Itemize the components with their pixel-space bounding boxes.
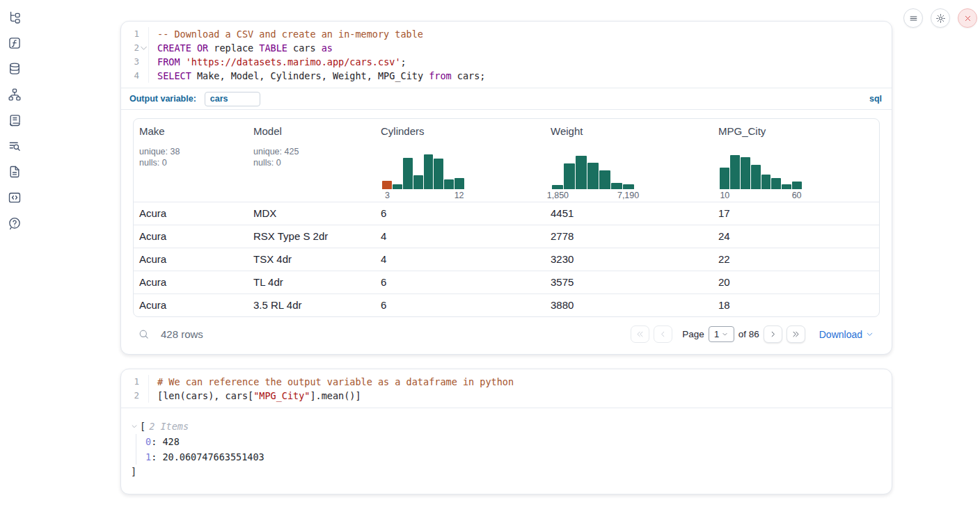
code-line: 1-- Download a CSV and create an in-memo… — [125, 27, 892, 41]
fold-gutter — [139, 27, 149, 41]
table-cell: 18 — [713, 294, 879, 316]
code-box-icon — [8, 191, 22, 204]
code-text: SELECT Make, Model, Cylinders, Weight, M… — [157, 69, 485, 83]
code-text: [len(cars), cars["MPG_City"].mean()] — [157, 389, 361, 403]
histogram-min-label: 10 — [720, 191, 729, 200]
sidebar-item-documentation[interactable] — [7, 164, 22, 179]
fold-gutter — [139, 375, 149, 389]
cylinders-histogram: 312 — [382, 153, 464, 202]
line-number: 2 — [125, 389, 139, 403]
page-label: Page — [682, 329, 704, 339]
column-header-cylinders[interactable]: Cylinders312 — [375, 119, 545, 202]
output-variable-input[interactable] — [205, 92, 260, 106]
table-cell: 6 — [375, 271, 545, 293]
document-icon — [8, 165, 22, 179]
chevrons-right-icon — [791, 330, 800, 339]
items-count-label: 2 Items — [149, 421, 189, 432]
file-tree-icon — [8, 10, 22, 24]
table-cell: 4 — [375, 225, 545, 248]
python-code-editor[interactable]: 1# We can reference the output variable … — [121, 369, 892, 408]
table-cell: 3.5 RL 4dr — [248, 294, 375, 316]
histogram-bar — [413, 175, 423, 189]
graph-icon — [8, 88, 22, 102]
scroll-icon — [8, 113, 22, 127]
code-text: # We can reference the output variable a… — [157, 375, 514, 389]
line-number: 1 — [125, 27, 139, 41]
last-page-button[interactable] — [787, 325, 805, 343]
histogram-bar — [611, 183, 622, 189]
histogram-bar — [720, 168, 729, 189]
database-icon — [8, 62, 22, 76]
hamburger-icon — [908, 13, 919, 24]
python-output: [ 2 Items 0: 4281: 20.060747663551403 ] — [121, 408, 892, 487]
sidebar-item-snippets[interactable] — [7, 190, 22, 205]
download-button[interactable]: Download — [819, 329, 874, 340]
table-cell: 3230 — [545, 248, 713, 271]
table-cell: 6 — [375, 202, 545, 225]
prev-page-button[interactable] — [654, 325, 672, 343]
item-key: 1 — [145, 451, 151, 462]
column-header-weight[interactable]: Weight1,8507,190 — [545, 119, 713, 202]
sidebar-item-datasources[interactable] — [7, 61, 22, 77]
sidebar-item-feedback[interactable] — [7, 216, 22, 231]
table-cell: 2778 — [545, 225, 713, 248]
sidebar-item-file-explorer[interactable] — [7, 10, 22, 25]
histogram-bar — [434, 159, 443, 189]
column-title: MPG_City — [718, 125, 876, 137]
table-cell: 20 — [713, 271, 879, 293]
output-variable-row: Output variable: sql — [121, 88, 892, 110]
tree-item: 1: 20.060747663551403 — [145, 449, 878, 465]
first-page-button[interactable] — [631, 325, 649, 343]
table-cell: RSX Type S 2dr — [248, 225, 375, 248]
table-cell: TSX 4dr — [248, 248, 375, 271]
page-select[interactable]: 1 — [709, 326, 734, 342]
sql-code-editor[interactable]: 1-- Download a CSV and create an in-memo… — [121, 22, 892, 88]
fold-toggle-icon[interactable] — [139, 41, 149, 55]
sql-cell: 1-- Download a CSV and create an in-memo… — [120, 21, 892, 355]
table-row: AcuraTSX 4dr4323022 — [134, 248, 879, 271]
search-icon[interactable] — [138, 328, 150, 340]
column-title: Make — [139, 125, 245, 137]
shutdown-button[interactable] — [958, 8, 977, 28]
sidebar-item-logs[interactable] — [7, 113, 22, 128]
table-body: AcuraMDX6445117AcuraRSX Type S 2dr427782… — [134, 202, 879, 316]
histogram-max-label: 60 — [792, 191, 802, 200]
collapse-toggle-icon[interactable] — [131, 423, 138, 430]
histogram-bar — [393, 184, 402, 189]
table-row: Acura3.5 RL 4dr6388018 — [134, 293, 879, 316]
histogram-bar — [564, 163, 575, 189]
table-cell: 6 — [375, 294, 545, 316]
settings-button[interactable] — [931, 8, 950, 28]
page-select-value: 1 — [714, 329, 719, 339]
next-page-button[interactable] — [764, 325, 782, 343]
close-bracket: ] — [131, 465, 878, 478]
code-line: 2CREATE OR replace TABLE cars as — [125, 41, 892, 55]
output-variable-label: Output variable: — [129, 94, 196, 104]
sidebar-item-variables[interactable] — [7, 35, 22, 51]
download-label: Download — [819, 329, 862, 340]
code-text: CREATE OR replace TABLE cars as — [157, 41, 333, 55]
column-header-mpg_city[interactable]: MPG_City1060 — [713, 119, 879, 202]
function-icon — [8, 36, 22, 50]
item-key: 0 — [145, 436, 151, 447]
python-cell: 1# We can reference the output variable … — [120, 369, 892, 494]
code-line: 3FROM 'https://datasets.marimo.app/cars.… — [125, 55, 892, 69]
table-cell: Acura — [134, 271, 248, 293]
sidebar-item-outline[interactable] — [7, 138, 22, 154]
chevron-down-icon — [722, 331, 728, 337]
menu-button[interactable] — [903, 8, 923, 28]
column-header-make[interactable]: Makeunique: 38nulls: 0 — [134, 119, 248, 202]
histogram-bar — [751, 165, 761, 189]
histogram-bar — [403, 158, 413, 189]
histogram-bar — [792, 182, 802, 189]
line-number: 2 — [125, 41, 139, 55]
histogram-bar — [599, 170, 610, 189]
table-row: AcuraRSX Type S 2dr4277824 — [134, 225, 879, 248]
table-cell: 24 — [713, 225, 879, 248]
histogram-bar — [623, 184, 634, 189]
column-header-model[interactable]: Modelunique: 425nulls: 0 — [248, 119, 375, 202]
sidebar-item-dependencies[interactable] — [7, 87, 22, 102]
histogram-bar — [455, 178, 464, 189]
histogram-bar — [771, 178, 781, 189]
chevron-down-icon — [866, 330, 874, 338]
